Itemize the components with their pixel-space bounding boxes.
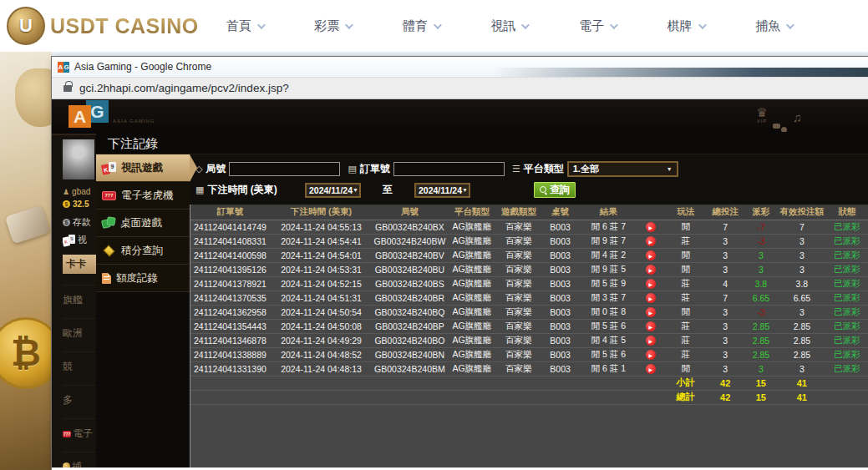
platform-cell: AG旗艦廳 — [447, 305, 497, 319]
order-no-cell: 241124041400598 — [190, 248, 270, 262]
replay-button[interactable]: ▶ — [646, 350, 656, 360]
nav-item-poker[interactable]: 棋牌 — [667, 18, 704, 34]
table-row: 2411240413629582024-11-24 04:50:54GB0032… — [190, 305, 868, 319]
date-from-select[interactable]: 2024/11/24▼ — [305, 183, 361, 198]
platform-cell: AG旗艦廳 — [447, 220, 497, 234]
round-number-input[interactable] — [229, 162, 340, 176]
replay-button[interactable]: ▶ — [646, 307, 656, 317]
column-header: 狀態 — [825, 205, 868, 220]
nav-item-sports[interactable]: 體育 — [403, 18, 439, 34]
replay-button[interactable]: ▶ — [646, 236, 656, 246]
chevron-down-icon — [786, 21, 794, 29]
lobby-item-kaka[interactable]: 卡卡 — [63, 255, 96, 274]
date-to-select[interactable]: 2024/11/24▼ — [414, 183, 470, 198]
game-type-cell: 百家樂 — [497, 234, 541, 248]
video-games-icon: K9 — [102, 162, 116, 174]
valid-bet-cell: 3 — [778, 361, 825, 376]
play-cell: ▶ — [637, 220, 664, 234]
menu-item-video-games[interactable]: K9視訊遊戲 — [96, 154, 190, 182]
replay-button[interactable]: ▶ — [646, 250, 656, 260]
empty-cell — [637, 376, 664, 390]
empty-cell — [447, 376, 497, 390]
menu-item-table-games[interactable]: 桌面遊戲 — [96, 210, 190, 237]
nav-item-fishing[interactable]: 捕魚 — [755, 18, 792, 34]
valid-bet-cell: 3 — [778, 305, 825, 319]
platform-cell: AG旗艦廳 — [447, 262, 497, 276]
round-no-cell: GB00324B240BO — [373, 333, 447, 347]
order-no-cell: 241124041331390 — [190, 361, 270, 376]
order-number-input[interactable] — [393, 162, 505, 176]
round-no-cell: GB00324B240BS — [373, 276, 447, 291]
order-no-cell: 241124041395126 — [190, 262, 270, 276]
vip-button[interactable]: ♛VIP — [756, 107, 767, 124]
nav-item-lottery[interactable]: 彩票 — [314, 18, 351, 34]
url-text: gci.2hhapi.com/agingame/pcv2/index.jsp? — [79, 82, 289, 94]
lobby-item-slots[interactable]: 777電子 — [63, 418, 96, 441]
magnifier-icon — [540, 186, 547, 194]
round-no-cell: GB00324B240BP — [373, 319, 447, 333]
status-cell: 已派彩 — [825, 262, 868, 276]
table-row: 2411240414147492024-11-24 04:55:13GB0032… — [190, 220, 868, 234]
result-cell: 閒 9 莊 7 — [580, 234, 637, 248]
replay-button[interactable]: ▶ — [646, 222, 656, 232]
music-note-icon: ♫ — [793, 112, 802, 124]
round-no-cell: GB00324B240BN — [373, 347, 447, 361]
platform-cell: AG旗艦廳 — [447, 291, 497, 305]
clipboard-icon: ▤ — [348, 164, 356, 174]
column-header: 桌號 — [541, 205, 580, 220]
game-type-cell: 百家樂 — [497, 333, 541, 347]
video-tab-row[interactable]: K9视 — [63, 234, 96, 246]
bet-time-cell: 2024-11-24 04:53:31 — [270, 262, 373, 276]
replay-button[interactable]: ▶ — [646, 364, 656, 374]
lobby-item-multi[interactable]: 多 — [63, 385, 96, 407]
list-icon: ☰ — [512, 164, 520, 174]
replay-button[interactable]: ▶ — [646, 336, 656, 346]
avatar[interactable] — [63, 139, 94, 179]
lobby-item-europe[interactable]: 歐洲 — [63, 318, 96, 341]
nav-item-home[interactable]: 首頁 — [226, 18, 263, 34]
gem-icon — [103, 245, 114, 256]
table-row: 2411240413951262024-11-24 04:53:31GB0032… — [190, 262, 868, 276]
table-no-cell: B003 — [541, 220, 580, 234]
lobby-item-fishing[interactable]: 捕 — [63, 452, 96, 467]
lobby-item-jing[interactable]: 競 — [63, 351, 96, 374]
order-no-cell: 241124041354443 — [190, 319, 270, 333]
subtotal-row: 小計421541 — [190, 376, 868, 390]
replay-button[interactable]: ▶ — [646, 265, 656, 275]
play-cell: ▶ — [637, 291, 664, 305]
order-number-label: ▤訂單號 — [348, 162, 389, 176]
address-bar[interactable]: gci.2hhapi.com/agingame/pcv2/index.jsp? — [52, 77, 868, 99]
nav-item-live[interactable]: 視訊 — [490, 18, 527, 34]
table-no-cell: B003 — [541, 347, 580, 361]
total-bet-cell: 3 — [707, 262, 744, 276]
lobby-item-flagship[interactable]: 旗艦 — [63, 285, 96, 307]
order-no-cell: 241124041346878 — [190, 333, 270, 347]
slot-machine-icon: 777 — [102, 191, 116, 200]
replay-button[interactable]: ▶ — [646, 279, 656, 289]
brand[interactable]: U USDT CASINO — [7, 7, 199, 45]
empty-cell — [580, 390, 637, 404]
empty-cell — [541, 390, 580, 404]
search-button[interactable]: 查詢 — [534, 182, 576, 198]
deposit-row[interactable]: $存款 — [63, 216, 96, 229]
music-button[interactable]: ♫ — [793, 112, 802, 124]
menu-item-slot-machines[interactable]: 777電子老虎機 — [96, 182, 190, 210]
game-type-cell: 百家樂 — [497, 220, 541, 234]
window-titlebar[interactable]: AG Asia Gaming - Google Chrome — [52, 57, 868, 77]
bet-time-cell: 2024-11-24 04:54:41 — [270, 234, 373, 248]
top-navbar: U USDT CASINO 首頁 彩票 體育 視訊 電子 棋牌 捕魚 — [0, 0, 868, 52]
nav-item-slots[interactable]: 電子 — [579, 18, 616, 34]
platform-type-select[interactable]: 1.全部▼ — [567, 161, 678, 177]
brand-name: USDT CASINO — [50, 14, 199, 38]
play-method-cell: 閒 — [664, 248, 707, 262]
bet-time-cell: 2024-11-24 04:48:52 — [270, 347, 373, 361]
menu-item-quota-records[interactable]: 額度記錄 — [96, 265, 190, 292]
result-cell: 閒 6 莊 1 — [580, 361, 637, 376]
chevron-down-icon — [434, 21, 442, 29]
column-header — [637, 205, 664, 220]
cards-icon: K9 — [63, 235, 75, 246]
replay-button[interactable]: ▶ — [646, 293, 656, 303]
menu-item-points-query[interactable]: 積分查詢 — [96, 237, 190, 265]
ag-logo[interactable]: AG ASIA GAMING — [69, 103, 155, 125]
replay-button[interactable]: ▶ — [646, 321, 656, 331]
